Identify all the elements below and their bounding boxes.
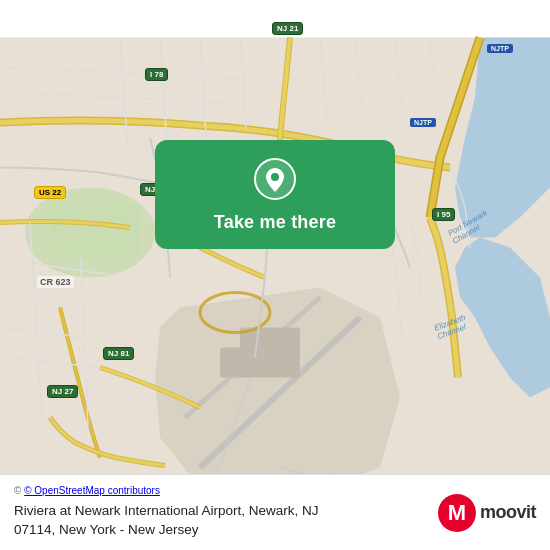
moovit-icon: M: [438, 494, 476, 532]
highway-label-i78: I 78: [145, 68, 168, 81]
svg-point-14: [271, 173, 279, 181]
take-me-there-button[interactable]: Take me there: [214, 212, 336, 233]
highway-label-njtp-mid: NJTP: [410, 118, 436, 127]
highway-label-nj81: NJ 81: [103, 347, 134, 360]
location-description: Riviera at Newark International Airport,…: [14, 502, 426, 540]
location-pin-icon: [254, 158, 296, 200]
osm-attribution: © © OpenStreetMap contributors: [14, 485, 426, 496]
action-card: Take me there: [155, 140, 395, 249]
bottom-bar: © © OpenStreetMap contributors Riviera a…: [0, 474, 550, 550]
map-container: Boardwalk I 78 I 95 NJ 21 NJ 27 NJ 27 NJ…: [0, 0, 550, 550]
moovit-logo: M moovit: [438, 494, 536, 532]
highway-label-njtp-top: NJTP: [487, 44, 513, 53]
bottom-left-info: © © OpenStreetMap contributors Riviera a…: [14, 485, 426, 540]
highway-label-nj21: NJ 21: [272, 22, 303, 35]
location-line1: Riviera at Newark International Airport,…: [14, 503, 319, 518]
highway-label-us22: US 22: [34, 186, 66, 199]
osm-link[interactable]: © OpenStreetMap contributors: [24, 485, 160, 496]
location-line2: 07114, New York - New Jersey: [14, 522, 199, 537]
highway-label-nj27-south: NJ 27: [47, 385, 78, 398]
highway-label-cr623: CR 623: [37, 276, 74, 288]
svg-rect-4: [50, 203, 140, 258]
highway-label-i95: I 95: [432, 208, 455, 221]
moovit-text: moovit: [480, 502, 536, 523]
